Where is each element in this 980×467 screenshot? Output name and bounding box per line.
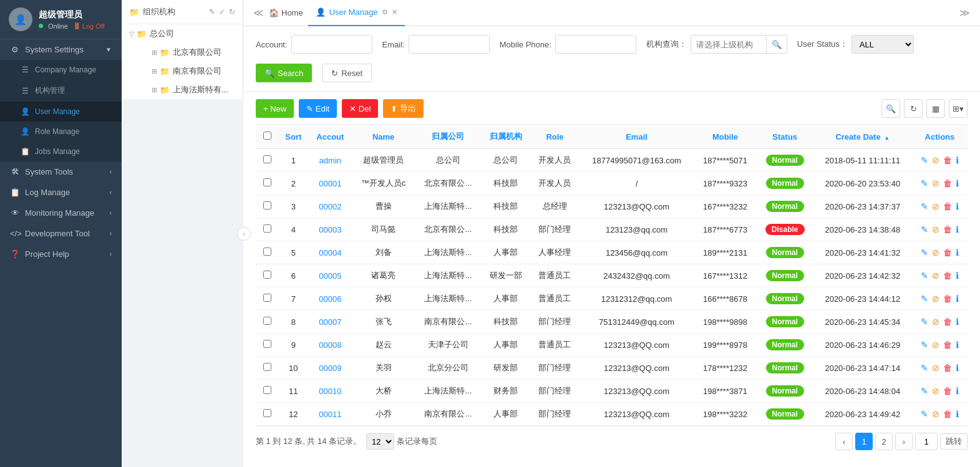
forbid-row-button[interactable]: ⊘ (932, 201, 939, 211)
email-input[interactable] (409, 35, 490, 54)
mobile-input[interactable] (555, 35, 636, 54)
info-row-button[interactable]: ℹ (956, 201, 959, 211)
info-row-button[interactable]: ℹ (956, 178, 959, 188)
account-input[interactable] (291, 35, 372, 54)
page-jump-button[interactable]: 跳转 (940, 433, 968, 450)
sidebar-toggle-button[interactable]: ≪ (253, 7, 264, 19)
account-link[interactable]: 00003 (319, 225, 341, 234)
row-select-checkbox[interactable] (263, 386, 271, 394)
tree-edit-icon[interactable]: ✎ (209, 7, 215, 16)
edit-row-button[interactable]: ✎ (921, 271, 928, 281)
page-prev-button[interactable]: ‹ (835, 433, 853, 450)
tree-collapse-button[interactable]: ‹ (237, 227, 251, 241)
tree-item-root[interactable]: ▽ 📁 总公司 (122, 24, 243, 43)
edit-row-button[interactable]: ✎ (921, 201, 928, 211)
sidebar-item-system-tools[interactable]: 🛠 System Tools ‹ (0, 161, 122, 182)
sidebar-item-development-tool[interactable]: </> Development Tool ‹ (0, 223, 122, 244)
forbid-row-button[interactable]: ⊘ (932, 155, 939, 165)
account-link[interactable]: admin (319, 156, 341, 165)
tree-item-nanjing[interactable]: ⊞ 📁 南京有限公司 (137, 62, 243, 80)
account-link[interactable]: 00011 (319, 410, 341, 419)
sidebar-item-log-manage[interactable]: 📋 Log Manage ‹ (0, 182, 122, 203)
row-select-checkbox[interactable] (263, 248, 271, 256)
tab-close-icon[interactable]: ✕ (392, 8, 397, 16)
new-button[interactable]: + New (256, 99, 294, 118)
row-select-checkbox[interactable] (263, 294, 271, 302)
forbid-row-button[interactable]: ⊘ (932, 248, 939, 258)
row-select-checkbox[interactable] (263, 178, 271, 186)
row-select-checkbox[interactable] (263, 340, 271, 348)
account-link[interactable]: 00005 (319, 271, 341, 281)
page-2-button[interactable]: 2 (875, 433, 893, 450)
edit-row-button[interactable]: ✎ (921, 340, 928, 350)
sidebar-item-monitoring-manage[interactable]: 👁 Monitoring Manage ‹ (0, 203, 122, 223)
expand-icon[interactable]: ≫ (959, 7, 970, 19)
delete-row-button[interactable]: 🗑 (943, 178, 952, 188)
edit-row-button[interactable]: ✎ (921, 248, 928, 258)
tree-item-shanghai[interactable]: ⊞ 📁 上海法斯特有... (137, 80, 243, 99)
info-row-button[interactable]: ℹ (956, 271, 959, 281)
sidebar-item-role-manage[interactable]: 👤 Role Manage (0, 122, 122, 142)
table-search-button[interactable]: 🔍 (881, 99, 900, 118)
info-row-button[interactable]: ℹ (956, 340, 959, 350)
per-page-select[interactable]: 10 12 20 50 (366, 433, 394, 450)
edit-row-button[interactable]: ✎ (921, 363, 928, 373)
account-link[interactable]: 00007 (319, 317, 341, 327)
delete-row-button[interactable]: 🗑 (943, 155, 952, 165)
delete-row-button[interactable]: 🗑 (943, 248, 952, 258)
select-all-checkbox[interactable] (263, 132, 271, 140)
delete-row-button[interactable]: 🗑 (943, 294, 952, 304)
account-link[interactable]: 00001 (319, 179, 341, 188)
forbid-row-button[interactable]: ⊘ (932, 271, 939, 281)
org-input[interactable] (691, 37, 766, 52)
forbid-row-button[interactable]: ⊘ (932, 409, 939, 419)
row-select-checkbox[interactable] (263, 201, 271, 209)
edit-row-button[interactable]: ✎ (921, 409, 928, 419)
tab-user-manage[interactable]: 👤 User Manage ⚙ ✕ (308, 0, 405, 26)
row-select-checkbox[interactable] (263, 363, 271, 371)
row-select-checkbox[interactable] (263, 409, 271, 417)
row-select-checkbox[interactable] (263, 271, 271, 279)
info-row-button[interactable]: ℹ (956, 317, 959, 327)
tree-item-beijing[interactable]: ⊞ 📁 北京有限公司 (137, 43, 243, 62)
tree-refresh-icon[interactable]: ↻ (229, 7, 235, 16)
delete-row-button[interactable]: 🗑 (943, 317, 952, 327)
tab-settings-icon[interactable]: ⚙ (382, 8, 388, 16)
info-row-button[interactable]: ℹ (956, 155, 959, 165)
info-row-button[interactable]: ℹ (956, 363, 959, 373)
account-link[interactable]: 00008 (319, 340, 341, 350)
forbid-row-button[interactable]: ⊘ (932, 294, 939, 304)
edit-button[interactable]: ✎ Edit (299, 99, 337, 118)
status-select[interactable]: ALL Normal Disable (851, 35, 914, 54)
table-columns-button[interactable]: ▦ (926, 99, 945, 118)
forbid-row-button[interactable]: ⊘ (932, 363, 939, 373)
org-search-icon[interactable]: 🔍 (766, 36, 787, 53)
edit-row-button[interactable]: ✎ (921, 317, 928, 327)
info-row-button[interactable]: ℹ (956, 224, 959, 234)
page-1-button[interactable]: 1 (855, 433, 873, 450)
sidebar-item-project-help[interactable]: ❓ Project Help ‹ (0, 244, 122, 264)
sidebar-item-user-manage[interactable]: 👤 User Manage (0, 102, 122, 122)
search-button[interactable]: 🔍 Search (256, 64, 312, 82)
info-row-button[interactable]: ℹ (956, 248, 959, 258)
edit-row-button[interactable]: ✎ (921, 178, 928, 188)
forbid-row-button[interactable]: ⊘ (932, 224, 939, 234)
forbid-row-button[interactable]: ⊘ (932, 386, 939, 396)
account-link[interactable]: 00002 (319, 202, 341, 211)
delete-row-button[interactable]: 🗑 (943, 409, 952, 419)
info-row-button[interactable]: ℹ (956, 294, 959, 304)
export-button[interactable]: ⬆ 导出 (383, 99, 424, 118)
forbid-row-button[interactable]: ⊘ (932, 340, 939, 350)
row-select-checkbox[interactable] (263, 317, 271, 325)
delete-row-button[interactable]: 🗑 (943, 224, 952, 234)
delete-row-button[interactable]: 🗑 (943, 363, 952, 373)
info-row-button[interactable]: ℹ (956, 386, 959, 396)
sidebar-item-system-settings[interactable]: ⚙ System Settings ▼ (0, 39, 122, 60)
account-link[interactable]: 00010 (319, 387, 341, 396)
sidebar-item-company-manage[interactable]: ☰ Company Manage (0, 60, 122, 80)
sidebar-item-jobs-manage[interactable]: 📋 Jobs Manage (0, 142, 122, 161)
delete-row-button[interactable]: 🗑 (943, 201, 952, 211)
forbid-row-button[interactable]: ⊘ (932, 178, 939, 188)
table-view-button[interactable]: ⊞▾ (949, 99, 968, 118)
sidebar-item-org-manage[interactable]: ☰ 机构管理 (0, 80, 122, 102)
